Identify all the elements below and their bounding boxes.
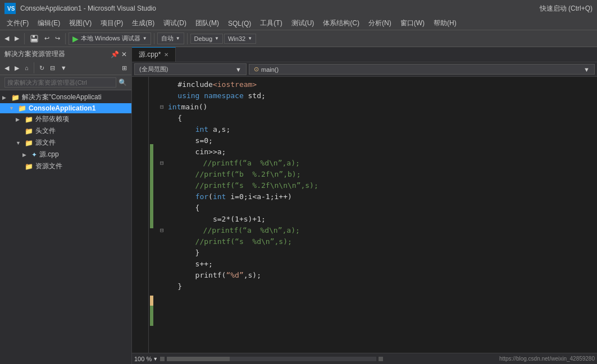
code-content[interactable]: #include<iostream> using namespace std; …	[156, 77, 597, 353]
toolbar-sep2	[65, 33, 66, 44]
code-line-15: //printf(“s %d\n”,s);	[160, 236, 593, 247]
source-files-icon: 📁	[25, 139, 33, 147]
collapse-btn-comment2[interactable]: ⊟	[160, 226, 167, 236]
source-files-label: 源文件	[35, 138, 56, 148]
menu-build[interactable]: 生成(B)	[127, 17, 159, 29]
menu-debug[interactable]: 调试(D)	[159, 17, 191, 29]
tree-item-project[interactable]: ▼ 📁 ConsoleApplication1	[0, 103, 131, 113]
tree-item-solution[interactable]: ▶ 📁 解决方案"ConsoleApplicati	[0, 91, 131, 103]
menu-sql[interactable]: SQL(Q)	[224, 19, 256, 29]
tree-item-headers[interactable]: 📁 头文件	[0, 125, 131, 137]
headers-icon: 📁	[25, 127, 33, 135]
scope-right-dropdown[interactable]: ⊙ main() ▼	[249, 64, 595, 75]
menu-project[interactable]: 项目(P)	[96, 17, 127, 29]
quick-launch[interactable]: 快速启动 (Ctrl+Q)	[540, 4, 593, 13]
menu-file[interactable]: 文件(F)	[2, 17, 33, 29]
se-filter-btn[interactable]: ▼	[58, 63, 69, 72]
ln-19	[133, 261, 146, 271]
source-cpp-arrow[interactable]: ▶	[22, 152, 29, 158]
zoom-label: 100 %	[134, 356, 152, 362]
scroll-left-btn[interactable]	[160, 357, 165, 361]
debug-label: Debug	[194, 35, 212, 42]
project-expand-arrow[interactable]: ▼	[9, 105, 16, 111]
auto-dropdown[interactable]: 自动 ▼	[157, 33, 184, 44]
se-search-icon[interactable]: 🔍	[119, 79, 127, 86]
scope-right-label: main()	[261, 66, 279, 73]
toolbar-sep3	[154, 33, 154, 44]
menu-view[interactable]: 视图(V)	[65, 17, 96, 29]
margin-yellow-1	[150, 296, 153, 306]
se-collapse-btn[interactable]: ⊟	[48, 63, 57, 73]
resource-files-icon: 📁	[25, 163, 33, 171]
fwd-btn[interactable]: ▶	[12, 34, 21, 43]
code-line-19: }	[160, 281, 593, 292]
se-search-input[interactable]	[4, 77, 116, 87]
win32-dropdown[interactable]: Win32 ▼	[224, 34, 256, 44]
ln-6	[133, 130, 146, 140]
tab-source-cpp-label: 源.cpp*	[139, 50, 161, 59]
menu-arch[interactable]: 体系结构(C)	[318, 17, 364, 29]
se-home-btn[interactable]: ⌂	[22, 63, 31, 72]
se-fwd-btn[interactable]: ▶	[12, 63, 21, 73]
line-numbers	[132, 77, 149, 353]
scroll-thumb[interactable]	[167, 357, 230, 361]
menu-test[interactable]: 测试(U)	[287, 17, 319, 29]
code-line-17: s++;	[160, 259, 593, 270]
win32-arrow[interactable]: ▼	[248, 36, 252, 41]
scroll-right-btn[interactable]	[379, 357, 383, 361]
scope-left-dropdown[interactable]: (全局范围) ▼	[134, 63, 247, 75]
ln-3	[133, 99, 146, 109]
ln-16	[133, 231, 146, 241]
margin-green-3	[150, 164, 153, 185]
code-line-11: for(int i=0;i<a-1;i++)	[160, 191, 593, 202]
collapse-btn-main[interactable]: ⊟	[160, 103, 167, 112]
menu-bar: 文件(F) 编辑(E) 视图(V) 项目(P) 生成(B) 调试(D) 团队(M…	[0, 17, 597, 30]
ln-12	[133, 190, 146, 200]
menu-tools[interactable]: 工具(T)	[256, 17, 286, 29]
se-prop-btn[interactable]: ⊞	[120, 63, 129, 73]
menu-window[interactable]: 窗口(W)	[396, 17, 429, 29]
tab-source-cpp[interactable]: 源.cpp* ✕	[132, 47, 176, 62]
save-all-btn[interactable]	[28, 33, 41, 44]
play-button[interactable]: ▶ 本地 Windows 调试器 ▼	[69, 33, 151, 45]
tree-item-resource-files[interactable]: 📁 资源文件	[0, 160, 131, 172]
scope-left-arrow[interactable]: ▼	[235, 66, 241, 73]
back-btn[interactable]: ◀	[2, 34, 11, 43]
menu-edit[interactable]: 编辑(E)	[33, 17, 65, 29]
redo-btn[interactable]: ↪	[53, 34, 62, 43]
ln-13	[133, 200, 146, 210]
tab-source-cpp-close[interactable]: ✕	[164, 52, 168, 58]
solution-expand-arrow[interactable]: ▶	[2, 95, 9, 100]
se-search: 🔍	[0, 75, 131, 90]
code-editor[interactable]: #include<iostream> using namespace std; …	[132, 77, 597, 353]
scope-right-arrow[interactable]: ▼	[584, 66, 590, 73]
menu-help[interactable]: 帮助(H)	[429, 17, 461, 29]
debug-arrow[interactable]: ▼	[215, 36, 219, 41]
scroll-track[interactable]	[167, 357, 376, 361]
tree-item-source-files[interactable]: ▼ 📁 源文件	[0, 137, 131, 149]
se-toolbar: ◀ ▶ ⌂ ↻ ⊟ ▼ ⊞	[0, 61, 131, 75]
tree-item-external-deps[interactable]: ▶ 📁 外部依赖项	[0, 113, 131, 125]
code-line-9: //printf(“b %.2f\n”,b);	[160, 169, 593, 180]
se-title: 解决方案资源管理器	[4, 49, 65, 59]
source-files-arrow[interactable]: ▼	[16, 140, 22, 146]
auto-arrow[interactable]: ▼	[176, 36, 180, 41]
undo-btn[interactable]: ↩	[42, 34, 52, 43]
debug-dropdown[interactable]: Debug ▼	[190, 34, 223, 44]
toolbar: ◀ ▶ ↩ ↪ ▶ 本地 Windows 调试器 ▼ 自动 ▼ Debug ▼ …	[0, 30, 597, 47]
code-line-4: {	[160, 113, 593, 124]
se-back-btn[interactable]: ◀	[2, 63, 11, 73]
ln-11	[133, 180, 146, 190]
play-dropdown-arrow[interactable]: ▼	[143, 36, 147, 41]
ext-dep-arrow[interactable]: ▶	[16, 117, 22, 122]
menu-analyze[interactable]: 分析(N)	[364, 17, 396, 29]
collapse-btn-comment1[interactable]: ⊟	[160, 159, 167, 168]
tree-item-source-cpp[interactable]: ▶ ✦ 源.cpp	[0, 149, 131, 160]
zoom-dropdown-btn[interactable]: ▼	[153, 356, 158, 362]
se-pin-icon[interactable]: 📌	[111, 50, 119, 58]
se-close-icon[interactable]: ✕	[121, 50, 127, 58]
solution-icon: 📁	[11, 94, 20, 102]
toolbar-sep1	[24, 33, 25, 44]
menu-team[interactable]: 团队(M)	[191, 17, 224, 29]
se-refresh-btn[interactable]: ↻	[37, 63, 47, 73]
